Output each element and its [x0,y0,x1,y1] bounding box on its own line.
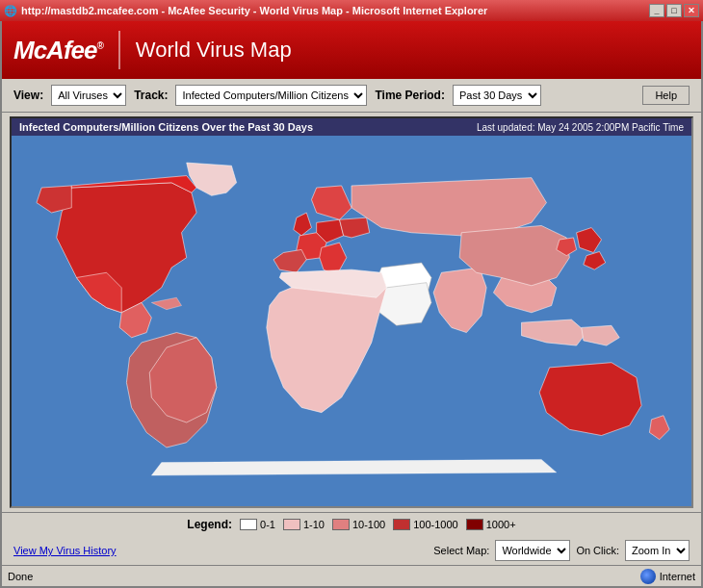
view-select[interactable]: All Viruses [51,85,126,106]
on-click-select[interactable]: Zoom In [625,540,690,561]
legend-color-4 [466,519,483,530]
page-title: World Virus Map [136,38,292,63]
legend-range-0: 0-1 [260,519,275,530]
map-svg[interactable] [12,136,691,499]
legend-item-3: 100-1000 [393,519,458,530]
status-panel: Done [8,571,633,582]
legend-color-0 [240,519,257,530]
controls-bar: View: All Viruses Track: Infected Comput… [2,79,701,113]
on-click-label: On Click: [576,545,619,556]
mcafee-logo: McAfee® [13,36,103,65]
title-bar-text: http://mastdb2.mcafee.com - McAfee Secur… [17,5,649,16]
status-bar: Done Internet [2,565,701,586]
legend-color-3 [393,519,410,530]
select-map-label: Select Map: [433,545,489,556]
legend-bar: Legend: 0-1 1-10 10-100 100-1000 1000+ [2,512,701,536]
maximize-button[interactable]: □ [666,4,682,17]
map-header: Infected Computers/Million Citizens Over… [12,118,691,136]
legend-item-4: 1000+ [466,519,516,530]
minimize-button[interactable]: _ [649,4,664,17]
time-period-select[interactable]: Past 30 Days [453,85,541,106]
legend-item-2: 10-100 [332,519,385,530]
legend-color-2 [332,519,350,530]
close-button[interactable]: ✕ [684,4,699,17]
title-bar-buttons: _ □ ✕ [649,4,699,17]
main-window: McAfee® World Virus Map View: All Viruse… [0,21,703,588]
header-divider [118,31,120,69]
legend-color-1 [283,519,300,530]
legend-item-1: 1-10 [283,519,325,530]
view-label: View: [13,89,43,102]
map-header-text: Infected Computers/Million Citizens Over… [19,121,313,133]
select-map-select[interactable]: Worldwide [495,540,570,561]
view-history-link[interactable]: View My Virus History [13,545,117,556]
internet-status: Internet [640,569,695,584]
select-map-group: Select Map: Worldwide On Click: Zoom In [433,540,690,561]
bottom-bar: View My Virus History Select Map: Worldw… [2,536,701,565]
app-header: McAfee® World Virus Map [2,21,701,79]
internet-label: Internet [660,571,695,582]
internet-icon [640,569,656,584]
window-icon: 🌐 [4,5,17,17]
done-status: Done [8,571,33,582]
track-select[interactable]: Infected Computers/Million Citizens [175,85,367,106]
legend-label: Legend: [187,518,232,531]
legend-range-2: 10-100 [352,519,385,530]
track-label: Track: [134,89,168,102]
map-container: Infected Computers/Million Citizens Over… [10,116,693,508]
time-period-label: Time Period: [375,89,444,102]
title-bar: 🌐 http://mastdb2.mcafee.com - McAfee Sec… [0,0,703,21]
legend-range-3: 100-1000 [413,519,458,530]
legend-range-1: 1-10 [303,519,325,530]
legend-item-0: 0-1 [240,519,275,530]
help-button[interactable]: Help [642,86,690,105]
map-last-updated: Last updated: May 24 2005 2:00PM Pacific… [477,122,684,133]
legend-range-4: 1000+ [486,519,516,530]
